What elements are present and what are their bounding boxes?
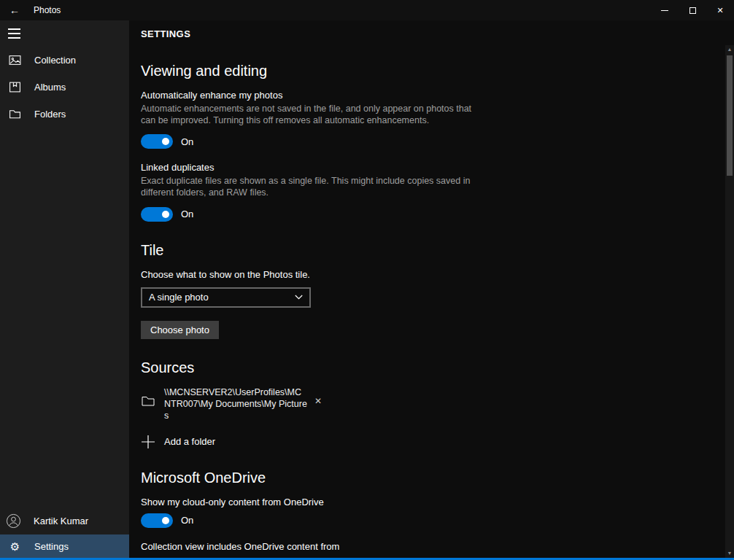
sidebar: Collection Albums Folders <box>0 20 129 558</box>
onedrive-collection-label: Collection view includes OneDrive conten… <box>141 541 725 552</box>
hamburger-icon <box>8 28 20 30</box>
hamburger-icon <box>8 33 20 34</box>
duplicates-toggle-state: On <box>181 209 193 219</box>
onedrive-toggle-row: On <box>141 513 725 528</box>
settings-page: SETTINGS Viewing and editing Automatical… <box>129 20 734 558</box>
remove-icon: ✕ <box>314 396 322 406</box>
titlebar: ← Photos ✕ <box>0 0 734 20</box>
gear-icon: ⚙ <box>9 541 21 552</box>
photos-app-window: ← Photos ✕ <box>0 0 734 560</box>
duplicates-description: Exact duplicate files are shown as a sin… <box>141 176 482 198</box>
add-folder-label: Add a folder <box>164 436 215 447</box>
folder-icon <box>141 394 155 408</box>
plus-icon <box>141 435 155 449</box>
avatar-icon <box>6 513 21 529</box>
maximize-button[interactable] <box>679 0 706 20</box>
settings-scroll-region: Viewing and editing Automatically enhanc… <box>129 47 725 558</box>
tile-caption: Choose what to show on the Photos tile. <box>141 269 725 280</box>
hamburger-menu-button[interactable] <box>0 20 35 47</box>
tile-dropdown-value: A single photo <box>149 292 209 303</box>
duplicates-toggle-row: On <box>141 207 725 222</box>
collection-icon <box>9 54 21 66</box>
section-heading-onedrive: Microsoft OneDrive <box>141 470 725 486</box>
app-title: Photos <box>34 5 61 15</box>
albums-icon <box>9 81 21 93</box>
enhance-toggle-row: On <box>141 134 725 149</box>
onedrive-cloud-toggle[interactable] <box>141 513 173 528</box>
toggle-knob <box>162 138 169 145</box>
minimize-icon <box>661 10 668 11</box>
sidebar-item-collection[interactable]: Collection <box>0 47 129 74</box>
onedrive-toggle-state: On <box>181 515 193 526</box>
folders-icon <box>9 108 21 120</box>
section-heading-viewing: Viewing and editing <box>141 63 725 79</box>
app-body: Collection Albums Folders <box>0 20 734 558</box>
scrollbar-thumb[interactable] <box>727 55 733 176</box>
enhance-label: Automatically enhance my photos <box>141 90 725 101</box>
close-button[interactable]: ✕ <box>706 0 734 20</box>
hamburger-icon <box>8 37 20 39</box>
remove-source-button[interactable]: ✕ <box>314 397 322 405</box>
user-name: Kartik Kumar <box>34 516 88 526</box>
scroll-down-icon[interactable]: ▼ <box>725 549 734 558</box>
sidebar-item-label: Folders <box>34 109 66 120</box>
sidebar-bottom: Kartik Kumar ⚙ Settings <box>0 507 129 558</box>
section-heading-sources: Sources <box>141 359 725 376</box>
back-button[interactable]: ← <box>0 0 29 20</box>
sidebar-item-albums[interactable]: Albums <box>0 74 129 101</box>
section-heading-tile: Tile <box>141 242 725 259</box>
toggle-knob <box>162 211 169 218</box>
user-account-item[interactable]: Kartik Kumar <box>0 507 129 534</box>
sidebar-item-settings[interactable]: ⚙ Settings <box>0 534 129 558</box>
chevron-down-icon <box>295 295 303 300</box>
onedrive-cloud-label: Show my cloud-only content from OneDrive <box>141 497 725 508</box>
window-controls: ✕ <box>651 0 734 20</box>
enhance-toggle-state: On <box>181 136 193 147</box>
source-folder-item: \\MCNSERVER2\UserProfiles\MCNTR007\My Do… <box>141 386 725 421</box>
source-folder-path: \\MCNSERVER2\UserProfiles\MCNTR007\My Do… <box>164 386 307 421</box>
enhance-description: Automatic enhancements are not saved in … <box>141 104 482 126</box>
close-icon: ✕ <box>716 7 723 15</box>
duplicates-label: Linked duplicates <box>141 162 725 173</box>
sidebar-item-label: Collection <box>34 55 76 66</box>
enhance-toggle[interactable] <box>141 134 173 149</box>
minimize-button[interactable] <box>651 0 679 20</box>
tile-dropdown[interactable]: A single photo <box>141 287 311 308</box>
choose-photo-button[interactable]: Choose photo <box>141 321 219 339</box>
sidebar-item-folders[interactable]: Folders <box>0 101 129 128</box>
sidebar-item-label: Albums <box>34 82 66 93</box>
page-title: SETTINGS <box>129 20 734 47</box>
toggle-knob <box>162 517 169 524</box>
settings-label: Settings <box>34 541 69 552</box>
vertical-scrollbar[interactable]: ▲ ▼ <box>725 45 734 558</box>
add-folder-button[interactable]: Add a folder <box>141 435 725 449</box>
scroll-up-icon[interactable]: ▲ <box>725 45 734 54</box>
duplicates-toggle[interactable] <box>141 207 173 222</box>
maximize-icon <box>689 7 696 14</box>
back-icon: ← <box>9 4 20 16</box>
